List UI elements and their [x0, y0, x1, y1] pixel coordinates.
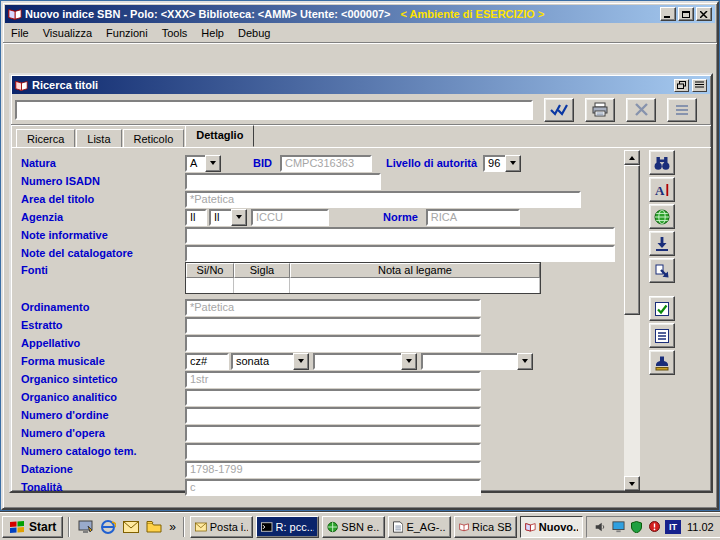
task-r-pcc[interactable]: R: pcc... — [256, 516, 319, 538]
menu-file[interactable]: File — [4, 24, 36, 42]
area-titolo-field[interactable]: *Patetica — [185, 191, 581, 208]
task-sbn-e[interactable]: SBN e... — [322, 516, 385, 538]
organico-sintetico-field[interactable]: 1str — [185, 371, 481, 388]
stamp-button[interactable] — [649, 350, 675, 375]
dropdown-arrow-icon[interactable] — [401, 353, 417, 370]
tab-ricerca[interactable]: Ricerca — [16, 129, 75, 148]
fonti-header-sigla[interactable]: Sigla — [234, 263, 290, 278]
natura-value[interactable]: A — [185, 155, 205, 172]
agenzia-combo[interactable]: Il — [209, 209, 247, 226]
forma-musicale-value-2[interactable]: sonata — [231, 353, 293, 370]
livello-value[interactable]: 96 — [483, 155, 505, 172]
bid-label: BID — [253, 157, 272, 169]
import-button[interactable] — [649, 231, 675, 256]
folder-icon[interactable] — [144, 517, 164, 537]
agenzia-field-3[interactable]: ICCU — [251, 209, 329, 226]
export-button[interactable] — [649, 258, 675, 283]
forma-musicale-combo-3[interactable] — [421, 353, 533, 370]
display-icon[interactable] — [611, 520, 625, 534]
dropdown-arrow-icon[interactable] — [205, 155, 221, 172]
command-input[interactable] — [15, 100, 533, 120]
fonti-header-nota[interactable]: Nota al legame — [290, 263, 540, 278]
numero-isadn-field[interactable] — [185, 173, 381, 190]
row-fonti: Fonti Si/No Sigla Nota al legame — [21, 262, 615, 298]
row-note-catalogatore: Note del catalogatore — [21, 244, 615, 262]
estratto-field[interactable] — [185, 317, 481, 334]
options-button[interactable] — [667, 98, 697, 122]
maximize-button[interactable] — [678, 7, 694, 21]
natura-combo[interactable]: A — [185, 155, 221, 172]
norme-field[interactable]: RICA — [426, 209, 520, 226]
tab-dettaglio[interactable]: Dettaglio — [185, 125, 254, 147]
forma-musicale-combo-1[interactable]: sonata — [231, 353, 309, 370]
dropdown-arrow-icon[interactable] — [231, 209, 247, 226]
language-indicator[interactable]: IT — [665, 520, 681, 534]
row-ordinamento: Ordinamento *Patetica — [21, 298, 615, 316]
cancel-button[interactable] — [626, 98, 656, 122]
volume-icon[interactable] — [593, 520, 607, 534]
agenzia-value-2[interactable]: Il — [209, 209, 231, 226]
note-catalogatore-field[interactable] — [185, 245, 615, 262]
forma-musicale-combo-2[interactable] — [313, 353, 417, 370]
tab-lista[interactable]: Lista — [76, 129, 121, 148]
start-button[interactable]: Start — [2, 516, 63, 538]
numero-catalogo-field[interactable] — [185, 443, 481, 460]
menu-funzioni[interactable]: Funzioni — [99, 24, 155, 42]
scroll-up-button[interactable] — [624, 150, 640, 165]
scroll-down-button[interactable] — [624, 476, 640, 491]
dropdown-arrow-icon[interactable] — [293, 353, 309, 370]
minimize-icon — [664, 11, 672, 18]
scrollbar-thumb[interactable] — [624, 165, 640, 315]
quicklaunch-overflow-chevron[interactable]: » — [167, 520, 178, 534]
list-button[interactable] — [649, 323, 675, 348]
confirm-button[interactable] — [544, 98, 574, 122]
ordinamento-field[interactable]: *Patetica — [185, 299, 481, 316]
task-posta[interactable]: Posta i... — [190, 516, 253, 538]
livello-combo[interactable]: 96 — [483, 155, 521, 172]
globe-button[interactable] — [649, 204, 675, 229]
organico-analitico-field[interactable] — [185, 389, 481, 406]
task-rica-sbn[interactable]: Rica SBN — [454, 516, 517, 538]
font-button[interactable]: A — [649, 177, 675, 202]
close-button[interactable] — [696, 7, 712, 21]
fonti-header-sino[interactable]: Si/No — [186, 263, 234, 278]
verify-button[interactable] — [649, 296, 675, 321]
menu-debug[interactable]: Debug — [231, 24, 277, 42]
forma-musicale-field-1[interactable]: cz# — [185, 353, 229, 370]
main-titlebar[interactable]: Nuovo indice SBN - Polo: <XXX> Bibliotec… — [5, 5, 715, 23]
dropdown-arrow-icon[interactable] — [505, 155, 521, 172]
child-titlebar[interactable]: Ricerca titoli — [12, 76, 710, 94]
tonalita-field[interactable]: c — [185, 479, 481, 496]
numero-opera-field[interactable] — [185, 425, 481, 442]
task-nuovo[interactable]: Nuovo... — [520, 516, 583, 538]
datazione-field[interactable]: 1798-1799 — [185, 461, 481, 478]
fonti-empty-row[interactable] — [186, 278, 540, 293]
menu-visualizza[interactable]: Visualizza — [36, 24, 99, 42]
alert-status-icon[interactable] — [647, 520, 661, 534]
outlook-mail-icon[interactable] — [121, 517, 141, 537]
dropdown-arrow-icon[interactable] — [517, 353, 533, 370]
task-e-ag[interactable]: E_AG-... — [388, 516, 451, 538]
shield-status-icon[interactable] — [629, 520, 643, 534]
search-button[interactable] — [649, 150, 675, 175]
note-informative-field[interactable] — [185, 227, 615, 244]
internet-explorer-icon[interactable] — [98, 517, 118, 537]
print-button[interactable] — [585, 98, 615, 122]
child-menu-button[interactable] — [692, 79, 707, 92]
child-restore-button[interactable] — [674, 79, 689, 92]
numero-ordine-field[interactable] — [185, 407, 481, 424]
form-scrollbar[interactable] — [624, 150, 640, 491]
stamp-icon — [653, 354, 671, 372]
fonti-table[interactable]: Si/No Sigla Nota al legame — [185, 262, 541, 294]
forma-musicale-value-4[interactable] — [421, 353, 517, 370]
minimize-button[interactable] — [660, 7, 676, 21]
natura-label: Natura — [21, 157, 185, 169]
bid-field[interactable]: CMPC316363 — [280, 155, 372, 172]
tab-reticolo[interactable]: Reticolo — [123, 129, 185, 148]
menu-help[interactable]: Help — [194, 24, 231, 42]
menu-tools[interactable]: Tools — [155, 24, 195, 42]
show-desktop-icon[interactable] — [75, 517, 95, 537]
appellativo-field[interactable] — [185, 335, 481, 352]
agenzia-field-1[interactable]: Il — [185, 209, 207, 226]
forma-musicale-value-3[interactable] — [313, 353, 401, 370]
